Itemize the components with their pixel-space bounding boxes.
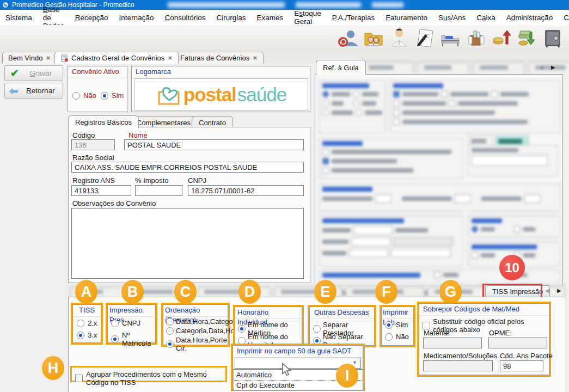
imprimir-lab-nao[interactable]: Não xyxy=(385,333,409,341)
document-icon xyxy=(60,54,68,62)
imprimir-lab-sim[interactable]: Sim xyxy=(385,321,408,329)
imprimir-lab-highlight: Imprimir Lab. Sim Não xyxy=(380,305,415,347)
doctor-icon[interactable] xyxy=(388,27,410,50)
convenio-ativo-nao-option[interactable]: Não xyxy=(72,91,96,100)
ordenacao-option-1[interactable]: Data,Hora,Categoria xyxy=(166,317,241,326)
menu-item-sus-ans[interactable]: Sus/Ans xyxy=(433,11,471,24)
menu-item-caixa[interactable]: Caixa xyxy=(471,11,501,24)
agrupar-highlight: Agrupar Procedimentos com o Mesmo Código… xyxy=(70,366,227,382)
impressao-pres-group: Impressão Pres. CNPJ Nº Matrícula xyxy=(107,304,156,343)
ordenacao-option-3[interactable]: Data,Hora,Porte Cir. xyxy=(166,336,228,352)
tiss-group: TISS 2.x 3.x xyxy=(72,304,101,343)
tab-scroll-right-icon[interactable]: ▶ xyxy=(551,64,555,70)
logomarca-group: Logomarca postal saúde xyxy=(131,66,310,112)
callout-10: 10 xyxy=(499,255,525,280)
menu-item-consultorios[interactable]: Consultórios xyxy=(159,11,211,24)
agrupar-label: Agrupar Procedimentos com o Mesmo Código… xyxy=(86,370,225,387)
bottom-tab-scroll-left-icon[interactable]: ◀ xyxy=(545,287,549,293)
observacoes-label: Observações do Convênio xyxy=(72,199,156,207)
menu-item-custo[interactable]: Custo xyxy=(558,11,569,24)
app-icon xyxy=(2,2,9,8)
tab-ref-a-guia[interactable]: Ref. à Guia xyxy=(316,60,366,75)
sobrepor-group: Sobrepor Códigos de Mat/Med Substituir c… xyxy=(419,303,549,375)
back-arrow-icon: ⬅ xyxy=(9,87,19,95)
registro-ans-field[interactable]: 419133 xyxy=(71,185,131,196)
imposto-field[interactable] xyxy=(135,185,182,196)
supplies-box-icon[interactable] xyxy=(465,27,487,50)
money-up-icon[interactable] xyxy=(491,27,512,50)
menu-item-sistema[interactable]: Sistema xyxy=(0,11,38,24)
medicamento-field xyxy=(423,360,493,371)
document-pen-icon[interactable] xyxy=(414,27,436,50)
bottom-tab-scroll-right-icon[interactable]: ▶ xyxy=(557,287,561,293)
radio-sim[interactable] xyxy=(101,92,108,100)
callout-g: G xyxy=(439,280,462,304)
tiss-option-2x[interactable]: 2.x xyxy=(77,319,97,327)
patients-folder-icon[interactable] xyxy=(363,27,384,50)
callout-c: C xyxy=(174,280,197,304)
agrupar-checkbox-row[interactable]: Agrupar Procedimentos com o Mesmo Código… xyxy=(75,370,225,387)
tiss-highlight: TISS 2.x 3.x xyxy=(71,303,103,345)
cnpj-label: CNPJ xyxy=(188,176,206,185)
honorario-title: Honorário Individual xyxy=(235,307,302,319)
agrupar-checkbox[interactable] xyxy=(75,375,83,382)
codigo-field: 136 xyxy=(71,139,115,150)
menu-item-cirurgias[interactable]: Cirurgias xyxy=(211,11,251,24)
user-sync-icon[interactable] xyxy=(337,27,359,50)
tab-cadastro-geral-de-convenios[interactable]: Cadastro Geral de Convênios ✕ xyxy=(54,52,179,64)
ordenacao-option-2[interactable]: Categoria,Data,Hora xyxy=(166,327,241,335)
imprimir-lab-group: Imprimir Lab. Sim Não xyxy=(381,307,414,346)
menu-item-administracao[interactable]: Administração xyxy=(501,11,559,24)
close-tab-icon[interactable]: ✕ xyxy=(168,55,172,61)
pacote-field[interactable]: 98 xyxy=(500,360,543,371)
sobrepor-title: Sobrepor Códigos de Mat/Med xyxy=(419,304,549,316)
app-window: Promedico Gestão Hospitalar - Promedico … xyxy=(0,0,569,392)
combo-dropdown-arrow-icon[interactable]: ▼ xyxy=(352,360,357,365)
tab-registros-basicos[interactable]: Registros Básicos xyxy=(68,115,139,128)
safe-icon[interactable] xyxy=(542,27,564,50)
tab-bem-vindo[interactable]: Bem Vindo ✕ xyxy=(2,52,57,64)
nao-label: Não xyxy=(83,91,96,100)
money-down-icon[interactable] xyxy=(516,27,538,50)
menu-item-faturamento[interactable]: Faturamento xyxy=(380,11,433,24)
impressao-pres-title: Impressão Pres. xyxy=(108,305,155,317)
logo-word-postal: postal xyxy=(183,84,236,106)
razao-social-field[interactable]: CAIXA ASS. SAUDE EMPR.CORREIOS POSTAL SA… xyxy=(71,162,304,173)
logo-image: postal saúde xyxy=(134,78,308,111)
window-title: Promedico Gestão Hospitalar - Promedico xyxy=(12,1,134,9)
gravar-button[interactable]: ✔ Gravar xyxy=(4,65,63,81)
gravar-label: Gravar xyxy=(19,69,63,77)
radio-nao[interactable] xyxy=(72,92,80,100)
logomarca-title: Logomarca xyxy=(132,66,310,78)
outras-despesas-title: Outras Despesas xyxy=(310,307,374,319)
material-label: Material: xyxy=(424,329,451,337)
toolbar xyxy=(0,25,569,51)
substituir-checkbox[interactable] xyxy=(423,322,430,329)
cnpj-field[interactable]: 18.275.071/0001-62 xyxy=(188,185,304,196)
menu-item-exames[interactable]: Exames xyxy=(251,11,289,24)
impressao-option-matricula[interactable]: Nº Matrícula xyxy=(111,331,155,347)
impressao-option-cnpj[interactable]: CNPJ xyxy=(111,319,140,327)
convenio-ativo-sim-option[interactable]: Sim xyxy=(101,91,124,100)
nome-label: Nome xyxy=(129,131,148,139)
sobrepor-highlight: Sobrepor Códigos de Mat/Med Substituir c… xyxy=(417,302,551,377)
menu-item-pa-terapias[interactable]: P.A./Terapias xyxy=(327,11,381,24)
tab-scroll-left-icon[interactable]: ◀ xyxy=(539,64,543,70)
redacted-tabs xyxy=(362,62,569,73)
callout-e: E xyxy=(314,280,336,304)
outras-despesas-group: Outras Despesas Separar Prestador Não Se… xyxy=(309,307,375,346)
hospital-bed-icon[interactable] xyxy=(439,27,461,50)
retornar-button[interactable]: ⬅ Retornar xyxy=(4,83,63,99)
close-tab-icon[interactable]: ✕ xyxy=(253,55,257,61)
convenio-ativo-group: Convênio Ativo Não Sim xyxy=(68,66,127,112)
outras-despesas-highlight: Outras Despesas Separar Prestador Não Se… xyxy=(308,305,376,347)
ref-a-guia-panel xyxy=(315,74,563,285)
callout-h: H xyxy=(42,356,64,380)
observacoes-textarea[interactable] xyxy=(71,208,304,279)
nome-field[interactable]: POSTAL SAUDE xyxy=(124,139,304,150)
menu-item-internacao[interactable]: Internação xyxy=(114,11,160,24)
menu-item-recepcao[interactable]: Recepção xyxy=(70,11,114,24)
tiss-option-3x[interactable]: 3.x xyxy=(77,331,97,339)
imposto-label: % Imposto xyxy=(135,176,168,185)
close-tab-icon[interactable]: ✕ xyxy=(46,55,50,61)
